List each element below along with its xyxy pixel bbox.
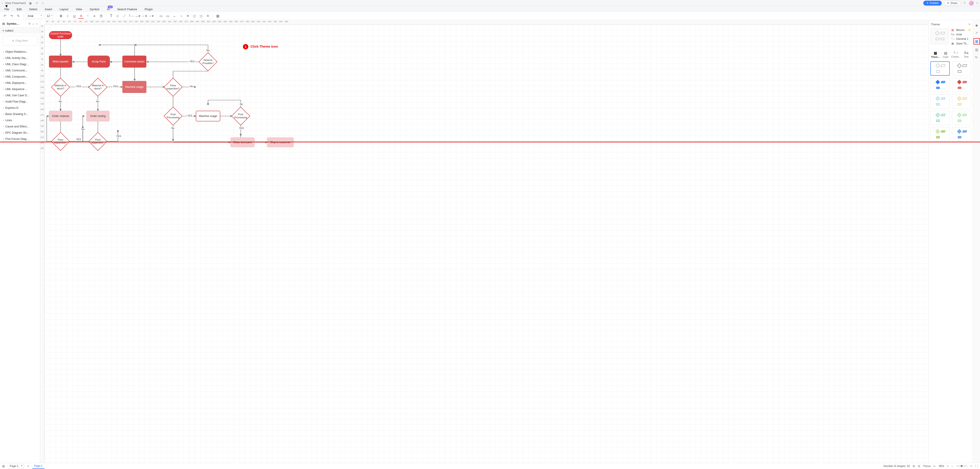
category-item[interactable]: UML Activity Sta...	[0, 55, 40, 61]
text-size-button[interactable]: T	[85, 13, 90, 19]
node-order-material[interactable]: Order material	[49, 111, 72, 121]
font-color-button[interactable]: A	[78, 13, 84, 19]
connector-button[interactable]: └→	[128, 13, 134, 19]
theme-thumb-9[interactable]	[931, 127, 950, 141]
node-scrap-parts[interactable]: Scrap Parts	[88, 56, 110, 68]
theme-thumb-1[interactable]	[931, 61, 950, 76]
layout-2-button[interactable]: ▭	[165, 13, 170, 19]
add-page-button[interactable]: +	[27, 464, 29, 468]
menu-edit[interactable]: Edit	[17, 8, 22, 11]
theme-thumb-4[interactable]	[952, 78, 971, 92]
theme-thumb-6[interactable]	[952, 94, 971, 108]
layers-icon[interactable]: ⧉	[913, 464, 915, 467]
node-material-stock-1[interactable]: Material in stock?	[54, 81, 67, 94]
pin-icon[interactable]: ⚲	[29, 22, 31, 25]
publish-button[interactable]: ✈ Publish	[923, 1, 942, 6]
theme-tab-color[interactable]: ▤ Color	[940, 50, 950, 59]
collapse-icon[interactable]: «	[36, 22, 38, 25]
text-tool-button[interactable]: T	[108, 13, 114, 19]
align-shapes-button[interactable]: ⫠	[172, 13, 177, 19]
zoom-dropdown-icon[interactable]: ▾	[947, 465, 948, 467]
lock-button[interactable]: ▧	[192, 13, 197, 19]
node-rework-possible[interactable]: Rework Possible?	[201, 55, 215, 68]
align-button[interactable]: ≡	[92, 13, 97, 19]
category-item[interactable]: UML Deployme...	[0, 80, 40, 86]
zoom-in-button[interactable]: +	[970, 464, 972, 467]
category-item[interactable]: Audit Flow Diagr...	[0, 99, 40, 105]
node-post-processing-1[interactable]: Post Processing	[166, 110, 180, 123]
zoom-slider[interactable]	[956, 466, 967, 466]
category-item[interactable]: UML Communic...	[0, 67, 40, 74]
category-item[interactable]: Object Relations...	[0, 49, 40, 55]
focus-icon[interactable]: ⊡	[918, 464, 920, 467]
node-clean-and-pack[interactable]: Clean and pack	[231, 137, 255, 147]
canvas-area[interactable]: 2030405060708090100110120130140150160170…	[40, 20, 928, 463]
user-avatar[interactable]	[969, 1, 974, 6]
category-item[interactable]: Express-G	[0, 105, 40, 111]
save-icon[interactable]: ▣	[29, 2, 32, 5]
theme-thumb-7[interactable]	[931, 111, 950, 125]
menu-select[interactable]: Select	[29, 8, 37, 11]
theme-font-button[interactable]: Aa Arial	[951, 33, 971, 36]
theme-blossom-button[interactable]: ▦ Blosso ✨	[951, 28, 971, 32]
drag-drop-zone[interactable]: ⊕ Drag Here	[2, 36, 38, 46]
history-icon[interactable]: ↻	[974, 55, 979, 60]
page-select[interactable]: Page-1▾	[8, 464, 24, 468]
theme-tab-theme[interactable]: ▦ Them...	[931, 50, 940, 59]
help-icon[interactable]: ?	[963, 2, 967, 5]
font-size-select[interactable]: 12	[45, 13, 54, 19]
theme-thumb-5[interactable]	[931, 94, 950, 108]
node-write-traveler[interactable]: Write traveler	[49, 56, 72, 68]
node-order-tooling[interactable]: Order tooling	[86, 111, 110, 121]
bold-button[interactable]: B	[58, 13, 64, 19]
redo-button[interactable]: ↷	[9, 13, 14, 19]
tools-button[interactable]: ✕	[205, 13, 210, 19]
back-arrow[interactable]: ‹	[2, 2, 3, 5]
line-style-button[interactable]: —▾	[135, 13, 140, 19]
theme-thumb-2[interactable]	[952, 61, 971, 76]
node-material-stock-2[interactable]: Material in stock?	[91, 81, 105, 94]
theme-icon[interactable]: ▦	[974, 38, 980, 45]
list-button[interactable]: ☰	[98, 13, 104, 19]
menu-view[interactable]: View	[76, 8, 82, 11]
image-button[interactable]: ▦	[215, 13, 221, 19]
zoom-out-button[interactable]: −	[951, 464, 953, 467]
theme-tab-text[interactable]: Aa Text	[961, 50, 971, 59]
save-theme-button[interactable]: ▣ Save Th...	[951, 42, 971, 45]
avatar-dropdown-icon[interactable]: ▾	[976, 2, 978, 4]
arrow-start-button[interactable]: ←▾	[142, 13, 147, 19]
line-color-button[interactable]: ／	[122, 13, 127, 19]
menu-insert[interactable]: Insert	[45, 8, 52, 11]
node-pass-inspection-1[interactable]: Pass inspection?	[166, 81, 180, 94]
undo-button[interactable]: ↶	[2, 13, 8, 19]
node-corrective-action[interactable]: Corrective action	[123, 56, 146, 68]
italic-button[interactable]: I	[65, 13, 70, 19]
export-icon[interactable]: ↗	[35, 2, 39, 5]
layout-1-button[interactable]: ▭	[158, 13, 164, 19]
theme-connector-button[interactable]: └→ General 1	[951, 37, 971, 40]
effects-button[interactable]: ✦	[185, 13, 191, 19]
search-icon[interactable]: ⌕	[32, 22, 34, 25]
canvas[interactable]: Submit Purchase order Write traveler Scr…	[45, 24, 928, 463]
export-panel-icon[interactable]: ↗	[974, 31, 979, 35]
properties-icon[interactable]: ▥	[974, 48, 979, 52]
outline-icon[interactable]: ▤	[2, 464, 5, 467]
menu-plugin[interactable]: Plugin	[145, 8, 153, 11]
distribute-button[interactable]: ⫞	[178, 13, 184, 19]
underline-button[interactable]: U	[72, 13, 77, 19]
menu-ai[interactable]: AI hot	[107, 8, 110, 11]
close-icon[interactable]: ✕	[968, 23, 970, 26]
category-item[interactable]: Lines	[0, 117, 40, 123]
node-pass-inspection-2[interactable]: Pass inspection?	[54, 135, 67, 148]
menu-layout[interactable]: Layout	[60, 8, 68, 11]
arrow-end-button[interactable]: →▾	[148, 13, 154, 19]
theme-tab-connector[interactable]: └→ Conne...	[951, 50, 961, 59]
font-select[interactable]: Arial	[25, 13, 43, 19]
theme-thumb-10[interactable]	[952, 127, 971, 141]
node-machine-usage-1[interactable]: Machine usage	[123, 81, 146, 93]
play-icon[interactable]: ▷	[934, 464, 936, 467]
node-post-processing-2[interactable]: Post Processing	[234, 110, 247, 123]
node-pass-inspection-3[interactable]: Pass inspection?	[91, 135, 105, 148]
menu-search-feature[interactable]: Search Feature	[117, 8, 137, 11]
node-submit-purchase-order[interactable]: Submit Purchase order	[49, 31, 72, 39]
